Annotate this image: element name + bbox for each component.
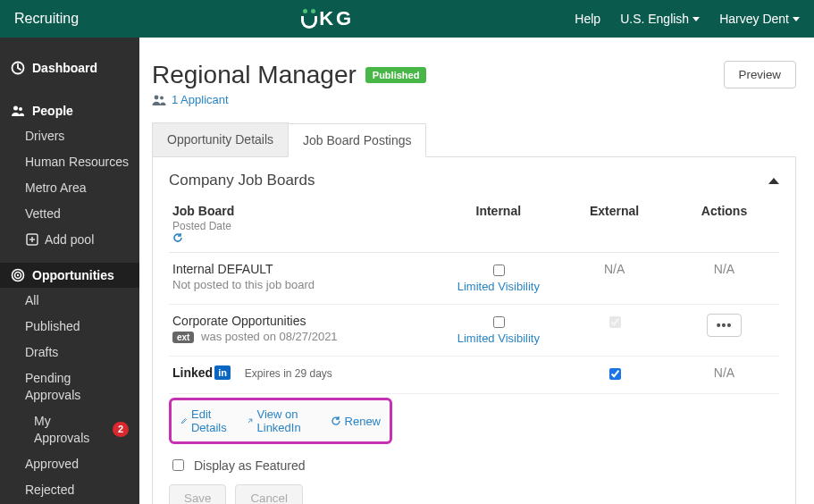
sidebar-opportunities[interactable]: Opportunities: [0, 263, 139, 288]
board-meta: ext was posted on 08/27/2021: [172, 330, 434, 343]
linkedin-logo: Linked in: [172, 365, 231, 380]
edit-details-label: Edit Details: [191, 407, 231, 434]
table-row: Internal DEFAULT Not posted to this job …: [169, 253, 779, 305]
brand-logo: K G: [301, 7, 352, 30]
page-title: Regional Manager: [152, 61, 357, 89]
external-checkbox-disabled: [609, 316, 621, 328]
svg-point-6: [17, 274, 19, 276]
edit-details-link[interactable]: Edit Details: [180, 407, 231, 434]
collapse-toggle[interactable]: [768, 178, 779, 184]
people-icon: [11, 104, 25, 118]
preview-button[interactable]: Preview: [724, 61, 796, 88]
cancel-button[interactable]: Cancel: [235, 484, 303, 504]
sidebar-people[interactable]: People: [0, 98, 139, 123]
table-row: Corporate Opportunities ext was posted o…: [169, 305, 779, 357]
table-row: Linked in Expires in 29 days N/A: [169, 357, 779, 394]
approvals-count-badge: 2: [113, 422, 129, 437]
posted-date-header: Posted Date: [169, 220, 438, 253]
company-job-boards-panel: Company Job Boards Job Board Internal Ex…: [152, 157, 796, 504]
sidebar-item-rejected[interactable]: Rejected: [0, 477, 139, 503]
target-icon: [11, 268, 25, 282]
panel-heading: Company Job Boards: [169, 172, 315, 189]
linkedin-actions-highlight: Edit Details View on LinkedIn Renew: [169, 398, 392, 444]
actions-na: N/A: [714, 365, 734, 380]
clock-icon: [11, 61, 25, 75]
col-actions: Actions: [669, 198, 779, 220]
logo-u-icon: [301, 9, 317, 29]
chevron-down-icon: [793, 17, 800, 21]
sidebar-item-metro[interactable]: Metro Area: [0, 175, 139, 201]
ext-badge: ext: [172, 332, 194, 343]
col-internal: Internal: [438, 198, 560, 220]
sidebar-item-vetted[interactable]: Vetted: [0, 201, 139, 227]
internal-checkbox[interactable]: [493, 265, 505, 276]
view-on-linkedin-label: View on LinkedIn: [257, 407, 315, 434]
logo-letter-k: K: [319, 7, 334, 30]
user-menu[interactable]: Harvey Dent: [719, 12, 800, 26]
plus-square-icon: [25, 232, 39, 247]
sidebar-item-drivers[interactable]: Drivers: [0, 123, 139, 149]
posted-date-label: Posted Date: [172, 220, 231, 232]
view-on-linkedin-link[interactable]: View on LinkedIn: [247, 407, 315, 434]
chevron-down-icon: [692, 17, 700, 21]
sidebar-item-approved[interactable]: Approved: [0, 451, 139, 477]
logo-letter-g: G: [336, 7, 352, 30]
svg-point-7: [155, 95, 159, 99]
board-meta: Not posted to this job board: [172, 278, 434, 291]
sidebar-add-pool[interactable]: Add pool: [0, 227, 139, 253]
linkedin-in-badge: in: [214, 365, 231, 380]
sidebar-item-pending[interactable]: Pending Approvals: [0, 365, 139, 408]
renew-label: Renew: [345, 415, 381, 428]
external-checkbox[interactable]: [609, 368, 621, 380]
board-name: Internal DEFAULT: [172, 262, 434, 276]
expires-text: Expires in 29 days: [245, 367, 332, 380]
sidebar-my-approvals-label: My Approvals: [34, 413, 107, 447]
sidebar-item-hr[interactable]: Human Resources: [0, 149, 139, 175]
sidebar: Dashboard People Drivers Human Resources…: [0, 38, 139, 504]
applicant-link[interactable]: 1 Applicant: [152, 93, 426, 106]
user-name: Harvey Dent: [719, 12, 789, 26]
pencil-icon: [180, 416, 188, 426]
sidebar-add-pool-label: Add pool: [45, 231, 94, 248]
sidebar-item-my-approvals[interactable]: My Approvals 2: [0, 408, 139, 451]
applicant-link-label: 1 Applicant: [172, 93, 229, 106]
job-boards-table: Job Board Internal External Actions Post…: [169, 198, 779, 394]
sidebar-opportunities-label: Opportunities: [32, 268, 114, 282]
refresh-icon[interactable]: [172, 232, 434, 243]
sidebar-dashboard-label: Dashboard: [32, 61, 97, 75]
linkedin-text: Linked: [172, 365, 213, 380]
group-icon: [152, 94, 166, 106]
external-na: N/A: [604, 262, 625, 276]
language-switcher[interactable]: U.S. English: [620, 12, 700, 26]
svg-point-1: [13, 106, 18, 111]
language-label: U.S. English: [620, 12, 689, 26]
sidebar-item-published[interactable]: Published: [0, 314, 139, 340]
main-content: Regional Manager Published 1 Applicant P…: [139, 38, 814, 504]
board-name: Corporate Opportunities: [172, 314, 434, 328]
tab-job-board-postings[interactable]: Job Board Postings: [288, 123, 426, 157]
status-badge: Published: [365, 67, 427, 83]
app-title: Recruiting: [14, 11, 79, 27]
refresh-icon: [331, 416, 341, 426]
svg-point-2: [19, 107, 22, 111]
external-link-icon: [247, 416, 254, 426]
help-link[interactable]: Help: [575, 12, 600, 26]
internal-checkbox[interactable]: [493, 316, 505, 328]
renew-link[interactable]: Renew: [331, 407, 381, 434]
sidebar-item-all[interactable]: All: [0, 288, 139, 314]
limited-visibility-link[interactable]: Limited Visibility: [457, 280, 540, 293]
more-actions-button[interactable]: •••: [707, 314, 743, 337]
save-button[interactable]: Save: [169, 484, 226, 504]
actions-na: N/A: [714, 262, 734, 276]
sidebar-item-drafts[interactable]: Drafts: [0, 340, 139, 365]
display-featured-label: Display as Featured: [194, 458, 306, 473]
limited-visibility-link[interactable]: Limited Visibility: [457, 332, 540, 345]
col-job-board: Job Board: [169, 198, 438, 220]
sidebar-dashboard[interactable]: Dashboard: [0, 55, 139, 80]
display-featured-checkbox[interactable]: [172, 459, 184, 471]
tab-opportunity-details[interactable]: Opportunity Details: [152, 122, 289, 156]
svg-point-8: [160, 96, 164, 99]
sidebar-people-label: People: [32, 104, 73, 118]
posted-on-text: was posted on 08/27/2021: [201, 330, 338, 343]
col-external: External: [559, 198, 669, 220]
